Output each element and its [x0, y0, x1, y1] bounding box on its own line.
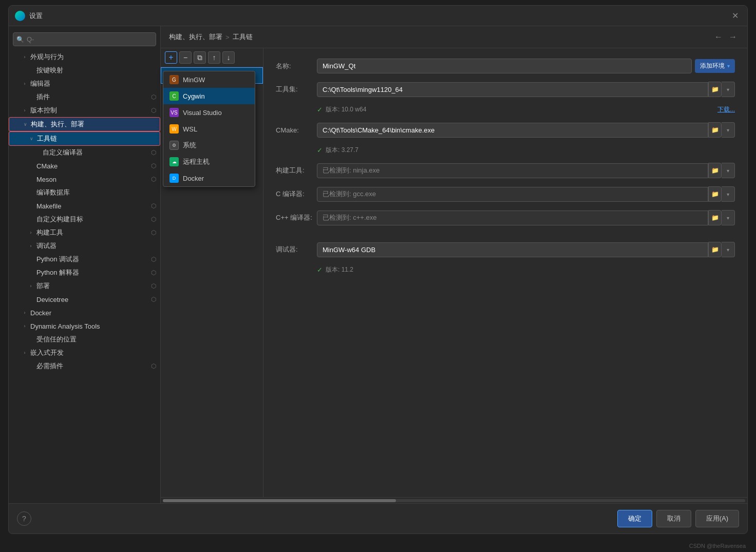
- download-link[interactable]: 下载...: [717, 105, 735, 114]
- build-tool-input[interactable]: [317, 163, 708, 178]
- cmake-version-check: ✓: [317, 146, 323, 154]
- c-compiler-input-wrap: 📁 ▾: [317, 186, 735, 202]
- cpp-compiler-browse-button[interactable]: 📁: [708, 210, 722, 225]
- dropdown-item-cygwin[interactable]: C Cygwin: [163, 88, 255, 104]
- sidebar-item-docker[interactable]: › Docker: [9, 306, 160, 319]
- dropdown-item-wsl[interactable]: W WSL: [163, 121, 255, 137]
- dropdown-item-remote[interactable]: ☁ 远程主机: [163, 154, 255, 170]
- horizontal-scrollbar[interactable]: [161, 497, 747, 503]
- settings-dialog: 设置 ✕ 🔍 › 外观与行为 按键映射 › 编辑器: [8, 5, 748, 534]
- help-button[interactable]: ?: [17, 511, 31, 526]
- sidebar-item-vcs[interactable]: › 版本控制 ⬡: [9, 104, 160, 117]
- spacer: [27, 216, 34, 223]
- sidebar-item-label: Makefile: [36, 202, 149, 210]
- move-up-button[interactable]: ↑: [208, 51, 220, 64]
- ok-button[interactable]: 确定: [617, 510, 652, 527]
- add-env-button[interactable]: 添加环境 ▾: [695, 59, 735, 73]
- copy-icon: ⬡: [151, 229, 156, 236]
- cmake-input[interactable]: [317, 123, 708, 138]
- sidebar-item-cmake[interactable]: CMake ⬡: [9, 159, 160, 173]
- copy-toolchain-button[interactable]: ⧉: [194, 51, 206, 64]
- sidebar-item-trusted-loc[interactable]: 受信任的位置: [9, 333, 160, 346]
- copy-icon: ⬡: [151, 216, 156, 223]
- sidebar-item-custom-compiler[interactable]: 自定义编译器 ⬡: [9, 146, 160, 159]
- close-button[interactable]: ✕: [729, 10, 741, 22]
- sidebar-item-label: CMake: [36, 162, 149, 170]
- sidebar-item-toolchain[interactable]: ∨ 工具链: [9, 131, 160, 146]
- sidebar-item-editor[interactable]: › 编辑器: [9, 77, 160, 90]
- cmake-dropdown-button[interactable]: ▾: [722, 122, 735, 138]
- sidebar-item-devicetree[interactable]: Devicetree ⬡: [9, 293, 160, 306]
- c-compiler-browse-button[interactable]: 📁: [708, 186, 722, 202]
- spacer: [276, 234, 735, 242]
- search-box: 🔍: [13, 32, 156, 46]
- dropdown-item-mingw[interactable]: G MinGW: [163, 71, 255, 88]
- sidebar-item-meson[interactable]: Meson ⬡: [9, 173, 160, 186]
- chevron-icon: ›: [21, 107, 28, 114]
- chevron-icon: ›: [21, 53, 28, 61]
- debugger-browse-button[interactable]: 📁: [708, 242, 722, 257]
- cpp-compiler-input-wrap: 📁 ▾: [317, 210, 735, 225]
- toolset-input[interactable]: [317, 82, 708, 97]
- build-tool-browse-button[interactable]: 📁: [708, 163, 722, 178]
- dropdown-item-system[interactable]: ⚙ 系统: [163, 137, 255, 154]
- dropdown-label: WSL: [183, 125, 197, 133]
- sidebar-item-label: 嵌入式开发: [30, 348, 156, 357]
- cancel-button[interactable]: 取消: [656, 510, 691, 527]
- sidebar-item-appearance[interactable]: › 外观与行为: [9, 50, 160, 64]
- config-panel: 名称: 添加环境 ▾ 工具集:: [263, 48, 747, 497]
- toolset-version-check: ✓: [317, 106, 323, 113]
- cpp-compiler-dropdown-button[interactable]: ▾: [722, 210, 735, 225]
- build-tool-input-wrap: 📁 ▾: [317, 163, 735, 178]
- sidebar-item-label: Docker: [30, 309, 156, 317]
- watermark: CSDN @theRavensea: [689, 543, 746, 549]
- spacer: [27, 93, 34, 101]
- sidebar-item-debugger[interactable]: › 调试器: [9, 239, 160, 253]
- sidebar-item-keymap[interactable]: 按键映射: [9, 64, 160, 77]
- debugger-input[interactable]: [317, 242, 708, 257]
- breadcrumb-current: 工具链: [233, 32, 253, 42]
- chevron-icon: ∨: [22, 121, 29, 128]
- chevron-icon: ›: [27, 242, 34, 250]
- add-env-label: 添加环境: [700, 62, 725, 69]
- c-compiler-input[interactable]: [317, 187, 708, 202]
- sidebar-item-embedded[interactable]: › 嵌入式开发: [9, 346, 160, 359]
- name-input[interactable]: [317, 59, 692, 73]
- move-down-button[interactable]: ↓: [222, 51, 235, 64]
- sidebar-item-makefile[interactable]: Makefile ⬡: [9, 199, 160, 213]
- sidebar-item-build[interactable]: ∨ 构建、执行、部署: [9, 117, 160, 131]
- debugger-dropdown-button[interactable]: ▾: [722, 242, 735, 257]
- search-input[interactable]: [13, 32, 156, 46]
- spacer: [27, 202, 34, 210]
- dropdown-item-docker[interactable]: D Docker: [163, 170, 255, 186]
- toolset-version-text: 版本: 10.0 w64: [326, 105, 366, 114]
- toolset-label: 工具集:: [276, 85, 317, 94]
- cmake-browse-button[interactable]: 📁: [708, 122, 722, 138]
- add-toolchain-button[interactable]: +: [165, 51, 177, 64]
- nav-forward-button[interactable]: →: [727, 31, 739, 43]
- cpp-compiler-input[interactable]: [317, 211, 708, 225]
- sidebar-item-build-tools[interactable]: › 构建工具 ⬡: [9, 226, 160, 239]
- toolset-browse-button[interactable]: 📁: [708, 82, 722, 97]
- c-compiler-dropdown-button[interactable]: ▾: [722, 186, 735, 202]
- chevron-icon: ›: [27, 282, 34, 290]
- sidebar-item-plugins[interactable]: 插件 ⬡: [9, 90, 160, 104]
- nav-arrows: ← →: [712, 31, 739, 43]
- spacer: [27, 162, 34, 169]
- build-tool-dropdown-button[interactable]: ▾: [722, 163, 735, 178]
- sidebar-item-label: 构建、执行、部署: [31, 120, 156, 129]
- spacer: [27, 363, 34, 370]
- toolset-dropdown-button[interactable]: ▾: [722, 82, 735, 97]
- dropdown-label: MinGW: [183, 76, 205, 84]
- sidebar-item-compile-db[interactable]: 编译数据库: [9, 186, 160, 199]
- sidebar-item-python-debugger[interactable]: Python 调试器 ⬡: [9, 253, 160, 266]
- sidebar-item-custom-build[interactable]: 自定义构建目标 ⬡: [9, 213, 160, 226]
- dropdown-item-vs[interactable]: VS Visual Studio: [163, 104, 255, 121]
- nav-back-button[interactable]: ←: [712, 31, 725, 43]
- sidebar-item-dynamic-analysis[interactable]: › Dynamic Analysis Tools: [9, 319, 160, 333]
- sidebar-item-python-interpreter[interactable]: Python 解释器 ⬡: [9, 266, 160, 279]
- sidebar-item-required-plugins[interactable]: 必需插件 ⬡: [9, 359, 160, 373]
- remove-toolchain-button[interactable]: −: [179, 51, 192, 64]
- sidebar-item-deploy[interactable]: › 部署 ⬡: [9, 279, 160, 293]
- apply-button[interactable]: 应用(A): [695, 510, 739, 527]
